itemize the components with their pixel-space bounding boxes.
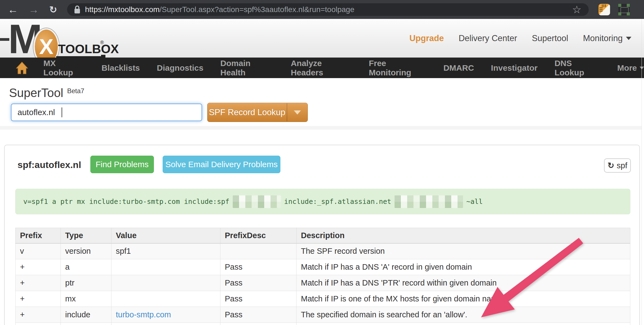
extension-icon[interactable] bbox=[599, 4, 610, 15]
url-path: /SuperTool.aspx?action=spf%3aautoflex.nl… bbox=[160, 5, 354, 14]
refresh-label: spf bbox=[617, 161, 627, 170]
tool-nav-more[interactable]: More bbox=[617, 63, 644, 73]
turbo-smtp-link[interactable]: turbo-smtp.com bbox=[116, 310, 171, 319]
header-nav: Upgrade Delivery Center Supertool Monito… bbox=[409, 19, 631, 58]
cell-prefixdesc: Pass bbox=[220, 275, 297, 291]
nav-monitoring[interactable]: Monitoring bbox=[583, 33, 631, 43]
site-header: M X TOOLBOX ® Upgrade Delivery Center Su… bbox=[0, 19, 644, 58]
tool-nav-investigator[interactable]: Investigator bbox=[491, 63, 537, 73]
cell-prefix: + bbox=[16, 259, 61, 275]
result-heading: spf:autoflex.nl bbox=[18, 159, 81, 170]
redacted-block bbox=[395, 195, 463, 208]
mxtoolbox-logo[interactable]: M X TOOLBOX ® bbox=[0, 23, 115, 58]
cell-description: Match if IP has a DNS 'A' record in give… bbox=[297, 259, 630, 275]
cell-value bbox=[111, 275, 220, 291]
spf-record-lookup-button[interactable]: SPF Record Lookup bbox=[207, 103, 308, 122]
domain-input[interactable] bbox=[11, 104, 202, 121]
spf-record-part3: ~all bbox=[466, 198, 483, 206]
cell-value: spf1 bbox=[111, 243, 220, 259]
table-row: + mx Pass Match if IP is one of the MX h… bbox=[16, 291, 630, 307]
col-value: Value bbox=[111, 228, 220, 243]
tool-nav-mx-lookup[interactable]: MX Lookup bbox=[44, 59, 85, 77]
tool-nav-dns-lookup[interactable]: DNS Lookup bbox=[554, 59, 600, 77]
logo-toolbox-text: TOOLBOX bbox=[58, 42, 119, 56]
cell-description: Match if IP has a DNS 'PTR' record withi… bbox=[297, 275, 630, 291]
text-cursor bbox=[62, 107, 62, 117]
forward-icon[interactable]: → bbox=[28, 4, 39, 15]
cell-prefix: v bbox=[16, 243, 61, 259]
nav-supertool[interactable]: Supertool bbox=[532, 33, 568, 43]
logo-left-tick bbox=[0, 38, 9, 41]
cell-value bbox=[111, 259, 220, 275]
refresh-spf-button[interactable]: ↻ spf bbox=[604, 158, 631, 173]
table-row bbox=[16, 323, 630, 325]
cell-prefix: + bbox=[16, 307, 61, 323]
cell-prefix: + bbox=[16, 291, 61, 307]
browser-toolbar: ← → ↻ https://mxtoolbox.com/SuperTool.as… bbox=[0, 0, 644, 19]
tool-nav-free-monitoring[interactable]: Free Monitoring bbox=[369, 59, 427, 77]
page-title: SuperToolBeta7 bbox=[9, 86, 84, 100]
spf-record-lookup-label: SPF Record Lookup bbox=[208, 107, 287, 117]
chevron-down-icon bbox=[626, 37, 631, 40]
back-icon[interactable]: ← bbox=[8, 4, 18, 15]
cell-value: turbo-smtp.com bbox=[111, 307, 220, 323]
chevron-down-icon bbox=[294, 110, 301, 115]
screenshot-icon[interactable] bbox=[618, 4, 630, 15]
corner-mark bbox=[618, 4, 621, 7]
spf-record-box: v=spf1 a ptr mx include:turbo-smtp.com i… bbox=[15, 189, 630, 214]
logo-x-letter: X bbox=[39, 34, 53, 59]
cell-prefix: + bbox=[16, 275, 61, 291]
home-icon[interactable] bbox=[16, 61, 28, 75]
nav-delivery-center[interactable]: Delivery Center bbox=[459, 33, 517, 43]
tool-nav-more-label: More bbox=[617, 63, 637, 73]
cell-type: mx bbox=[61, 291, 111, 307]
table-row: + include turbo-smtp.com Pass The specif… bbox=[16, 307, 630, 323]
reload-icon[interactable]: ↻ bbox=[49, 5, 57, 14]
cell-type: a bbox=[61, 259, 111, 275]
screenshot-frame bbox=[620, 7, 629, 13]
col-description: Description bbox=[297, 228, 630, 243]
url-text: https://mxtoolbox.com/SuperTool.aspx?act… bbox=[85, 5, 355, 14]
cell-description: The specified domain is searched for an … bbox=[297, 307, 630, 323]
solve-email-delivery-problems-button[interactable]: Solve Email Delivery Problems bbox=[163, 156, 280, 173]
bookmark-star-icon[interactable]: ☆ bbox=[572, 4, 581, 16]
page: ← → ↻ https://mxtoolbox.com/SuperTool.as… bbox=[0, 0, 644, 325]
logo-registered-mark: ® bbox=[100, 40, 104, 45]
tool-nav-diagnostics[interactable]: Diagnostics bbox=[157, 63, 203, 73]
tool-nav: MX Lookup Blacklists Diagnostics Domain … bbox=[0, 58, 644, 78]
spf-record-part1: v=spf1 a ptr mx include:turbo-smtp.com i… bbox=[23, 198, 229, 206]
tool-nav-domain-health[interactable]: Domain Health bbox=[220, 59, 274, 77]
col-type: Type bbox=[61, 228, 111, 243]
results-panel: spf:autoflex.nl Find Problems Solve Emai… bbox=[4, 145, 640, 325]
spf-table: Prefix Type Value PrefixDesc Description… bbox=[15, 228, 630, 325]
lookup-dropdown-toggle[interactable] bbox=[287, 110, 307, 115]
refresh-icon: ↻ bbox=[608, 162, 614, 170]
cell-type: include bbox=[61, 307, 111, 323]
tool-nav-analyze-headers[interactable]: Analyze Headers bbox=[291, 59, 352, 77]
corner-mark bbox=[627, 4, 630, 7]
cell-type: ptr bbox=[61, 275, 111, 291]
page-title-text: SuperTool bbox=[9, 86, 63, 99]
cell-prefixdesc: Pass bbox=[220, 307, 297, 323]
tool-nav-dmarc[interactable]: DMARC bbox=[443, 63, 474, 73]
lock-icon bbox=[74, 5, 80, 14]
cell-prefixdesc: Pass bbox=[220, 291, 297, 307]
cell-prefixdesc: Pass bbox=[220, 259, 297, 275]
nav-upgrade[interactable]: Upgrade bbox=[409, 33, 444, 43]
section-divider bbox=[0, 126, 642, 130]
col-prefix: Prefix bbox=[16, 228, 61, 243]
table-row: v version spf1 The SPF record version bbox=[16, 243, 630, 259]
cell-description: The SPF record version bbox=[297, 243, 630, 259]
beta-badge: Beta7 bbox=[67, 87, 84, 95]
cell-prefixdesc bbox=[220, 243, 297, 259]
cell-value bbox=[111, 291, 220, 307]
table-row: + ptr Pass Match if IP has a DNS 'PTR' r… bbox=[16, 275, 630, 291]
cell-description: Match if IP is one of the MX hosts for g… bbox=[297, 291, 630, 307]
tool-nav-blacklists[interactable]: Blacklists bbox=[102, 63, 140, 73]
col-prefixdesc: PrefixDesc bbox=[220, 228, 297, 243]
url-host: https://mxtoolbox.com bbox=[85, 5, 160, 14]
find-problems-button[interactable]: Find Problems bbox=[90, 156, 154, 173]
scrollbar-edge bbox=[642, 19, 642, 325]
nav-monitoring-label: Monitoring bbox=[583, 33, 623, 43]
address-bar[interactable]: https://mxtoolbox.com/SuperTool.aspx?act… bbox=[67, 3, 589, 16]
